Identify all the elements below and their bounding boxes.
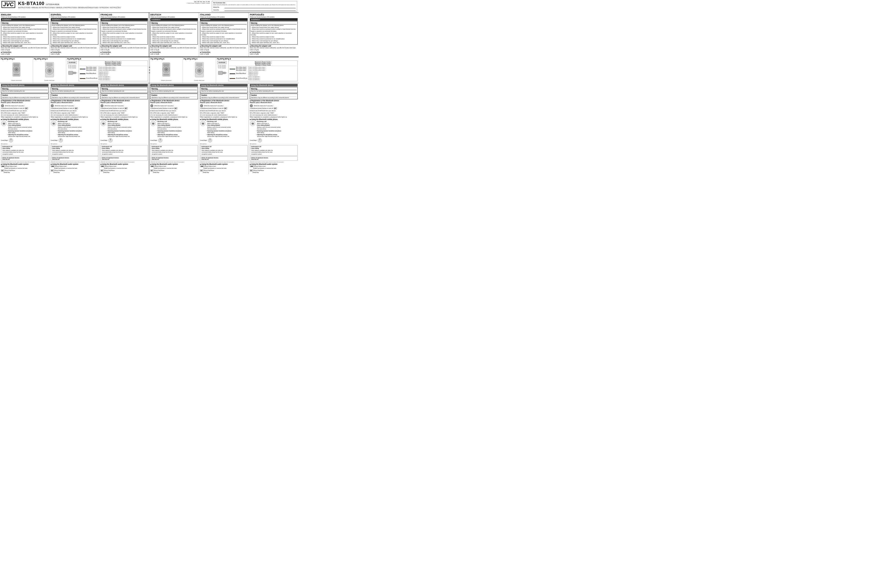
bt-col-de: Using the Bluetooth device Warning Stop … [149, 83, 199, 174]
wire-table-right: Blue (white stripe)/Blue (white stripe)/… [229, 66, 266, 81]
audio-list-it: ⏮⏭ [Press] Selects track. [Hold] Fast-fo… [200, 165, 248, 174]
step2-es: 2 Search the KS-BTA100 from your device. [51, 110, 98, 112]
vol-knob-icon-es [58, 138, 63, 142]
warning-title-it: Warning [201, 22, 247, 24]
step3-it: 3 If a PIN code is required, enter "0000… [200, 112, 248, 118]
svg-point-10 [48, 70, 50, 71]
copyright: © 2010 Victor Company of Japan, Limited [187, 3, 210, 4]
jvc-receiver-label-left: To JVC receiver/To JVC receiver/To JVC r… [68, 65, 76, 69]
bt-col-fr: Using the Bluetooth device Warning Stop … [99, 83, 149, 174]
lang-title-fr: FRANÇAIS [100, 14, 148, 16]
fig-a-right2-note: Adapter placement [161, 80, 171, 81]
mounting-text-es: Wipe clean the selected surface sufficie… [51, 47, 98, 51]
hold-section-es: • Ends/rejects call • Voice dialing Voic… [51, 145, 98, 156]
connection-ref-es: (refer to Fig B) [51, 53, 98, 55]
connection-ref-de: (refer to Fig B) [150, 53, 198, 55]
connection-heading-pt: Connection [250, 51, 298, 53]
delete-section-de: • Delete all registered devices from the… [150, 156, 198, 161]
speaker-diagram-right [43, 62, 56, 79]
bt-caution-de: Caution Operations may be different acco… [150, 93, 198, 99]
hold-text-de: • Ends/rejects call • Voice dialing Voic… [151, 146, 173, 155]
model-field [225, 6, 296, 8]
svg-point-24 [198, 70, 200, 71]
step1-text-it: [Hold this button for 5 seconds.] [204, 105, 223, 106]
svg-rect-19 [164, 74, 169, 75]
step1-en: 1 [Hold this button for 5 seconds.] [1, 104, 48, 107]
ks-bta100-box-right: KS-BTA100 [217, 61, 226, 64]
lang-title-es: ESPAÑOL [51, 14, 98, 16]
mobile-heading-fr: Using the Bluetooth mobile phone [100, 118, 148, 120]
connection-ref-fr: (refer to Fig B) [100, 53, 148, 55]
lang-title-de: DEUTSCH [150, 14, 198, 16]
hold-instruction-en: [Hold the two buttons at the same time f… [1, 161, 48, 163]
step3-pt: 3 If a PIN code is required, enter "0000… [250, 112, 298, 118]
warning-text-it: Avoid installing the adapter unit in the… [201, 25, 247, 44]
bt-col-it: Using the Bluetooth device Warning Stop … [199, 83, 249, 174]
bt-warning-title-it: Warning [201, 88, 247, 90]
mounting-heading-it: Mounting the adapter unit [200, 45, 248, 47]
fig-a-right2: Fig A/Fig A/Fig A Adapter placement [150, 57, 183, 83]
vol-diagram-pt: (Low)/(High) [250, 138, 298, 142]
step1-text-pt: [Hold this button for 5 seconds.] [254, 105, 273, 106]
warning-box-es: Warning Avoid installing the adapter uni… [51, 21, 98, 45]
bt-caution-es: Caution Operations may be different acco… [51, 93, 98, 99]
reg-pair-en: Register (pair) a Bluetooth device [1, 102, 48, 104]
connector-diagram-right [217, 69, 227, 76]
svg-point-18 [165, 69, 167, 70]
vol-diagram-fr: (Low)/(High) [100, 138, 148, 142]
mounting-heading-fr: Mounting the adapter unit [100, 45, 148, 47]
warning-title-es: Warning [52, 22, 97, 24]
step2-it: 2 Search the KS-BTA100 from your device. [200, 110, 248, 112]
hold-text-en: • Ends/rejects call • Voice dialing Voic… [2, 146, 24, 155]
step1-detail-en: A play/pause button flashes on and off. … [1, 108, 48, 110]
audio-heading-pt: Using the Bluetooth audio system [250, 163, 298, 165]
hold-instruction-fr: [Hold the two buttons at the same time f… [100, 161, 148, 163]
svg-rect-21 [196, 63, 202, 66]
hold-section-it: • Ends/rejects call • Voice dialing Voic… [200, 145, 248, 156]
bt-warning-fr: Warning Stop the car before operating th… [100, 87, 148, 93]
svg-text:☎: ☎ [102, 122, 105, 125]
warning-box-fr: Warning Avoid installing the adapter uni… [100, 21, 148, 45]
customer-use-text: Enter below the Model No. and Serial No.… [213, 4, 296, 6]
ks-bta100-box-left: KS-BTA100 [68, 61, 76, 64]
step1-de: 1 [Hold this button for 5 seconds.] [150, 104, 198, 107]
reg-btn-it: 1 [200, 104, 203, 107]
mobile-heading-it: Using the Bluetooth mobile phone [200, 118, 248, 120]
install-col-fr: FRANÇAIS Thank you for purchasing a JVC … [99, 13, 149, 57]
connection-heading-es: Connection [51, 51, 98, 53]
step1-it: 1 [Hold this button for 5 seconds.] [200, 104, 248, 107]
bt-title-pt: Using the Bluetooth device [250, 84, 298, 87]
warning-title-en: Warning [2, 22, 48, 24]
delete-section-fr: • Delete all registered devices from the… [100, 156, 148, 161]
jvc-receiver-label-right: To JVC receiver/To JVC receiver/To JVC r… [218, 65, 226, 69]
delete-text-de: • Delete all registered devices from the… [151, 157, 168, 160]
bt-caution-title-de: Caution [151, 94, 197, 96]
delete-text-en: • Delete all registered devices from the… [2, 157, 19, 160]
fig-b-right: Fig B/Fig B/Fig B KS-BTA100 To JVC recei… [216, 57, 298, 83]
fig-b-left: Fig B/Fig B/Fig B KS-BTA100 To JVC recei… [66, 57, 149, 83]
bt-caution-fr: Caution Operations may be different acco… [100, 93, 148, 99]
audio-list-en: ⏮⏭ [Press] Selects track. [Hold] Fast-fo… [1, 165, 48, 174]
step1-detail-de: A play/pause button flashes on and off. … [150, 108, 198, 110]
mic-label-de: Microphone [150, 143, 198, 145]
bt-title-es: Using the Bluetooth device [51, 84, 98, 87]
step1-detail-it: A play/pause button flashes on and off. … [200, 108, 248, 110]
mounting-text-fr: Wipe clean the selected surface sufficie… [100, 47, 148, 51]
serial-field [225, 9, 296, 11]
bt-caution-text-en: Operations may be different according to… [2, 97, 48, 99]
delete-text-it: • Delete all registered devices from the… [201, 157, 218, 160]
install-box-fr: Installation [100, 18, 148, 21]
bt-warning-title-en: Warning [2, 88, 48, 90]
connection-heading-fr: Connection [100, 51, 148, 53]
vol-diagram-en: (Low)/(High) [1, 138, 48, 142]
audio-heading-es: Using the Bluetooth audio system [51, 163, 98, 165]
audio-list-de: ⏮⏭ [Press] Selects track. [Hold] Fast-fo… [150, 165, 198, 174]
delete-section-it: • Delete all registered devices from the… [200, 156, 248, 161]
bt-caution-it: Caution Operations may be different acco… [200, 93, 248, 99]
phone-feature-list-pt: • Receiving a call When a call comes in.… [256, 121, 281, 138]
warning-box-en: Warning Avoid installing the adapter uni… [1, 21, 48, 45]
mic-label-en: Microphone [1, 143, 48, 145]
bt-warning-en: Warning Stop the car before operating th… [1, 87, 48, 93]
mic-label-pt: Microphone [250, 143, 298, 145]
hold-instruction-pt: [Hold the two buttons at the same time f… [250, 161, 298, 163]
